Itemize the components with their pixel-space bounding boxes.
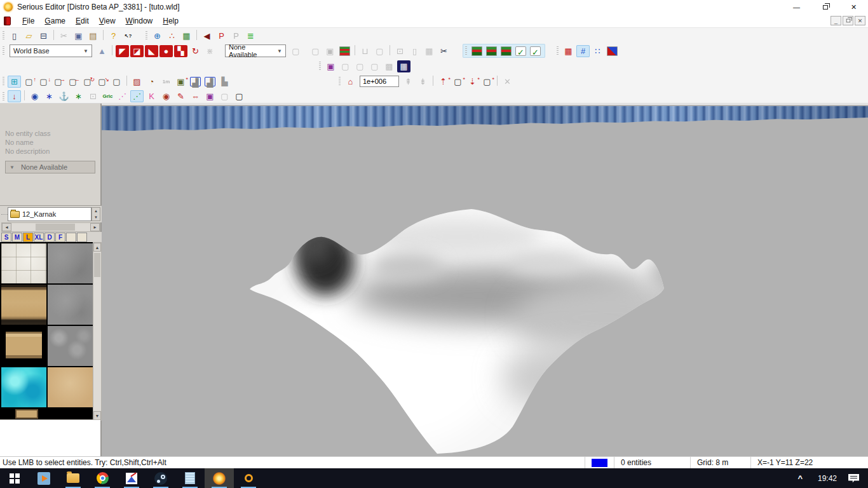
clock[interactable]: 19:42 (810, 474, 844, 483)
toolbar-grip[interactable] (465, 46, 467, 55)
scroll-up-icon[interactable]: ▲ (93, 243, 101, 252)
size-tab-s[interactable]: S (1, 233, 11, 242)
layer-stack-c-icon[interactable] (501, 46, 512, 56)
check-page-b-icon[interactable]: ✓ (530, 46, 541, 56)
size-tab-f[interactable]: F (55, 233, 65, 242)
world-base-combo[interactable]: World Base▼ (10, 44, 92, 57)
spinner-down-icon[interactable]: ▼ (92, 214, 100, 220)
texture-gray-cracked[interactable] (48, 326, 93, 366)
scroll-down-icon[interactable]: ▼ (93, 411, 101, 420)
tray-chevron-icon[interactable]: ^ (790, 473, 810, 483)
hash-grid-icon[interactable]: # (576, 45, 590, 57)
menu-edit[interactable]: Edit (71, 15, 94, 27)
script-list-icon[interactable]: ≣ (244, 30, 257, 42)
stretch-right-icon[interactable]: ▢→ (51, 76, 65, 88)
entity-property-combo[interactable]: ▼ None Available (5, 161, 95, 173)
paint-pencil-icon[interactable]: ✎ (174, 90, 187, 102)
path-dots-pink-icon[interactable]: ⋰ (116, 90, 129, 102)
chrome-icon[interactable] (88, 468, 117, 488)
star-blue-icon[interactable]: ∗ (43, 90, 56, 102)
hscroll-thumb[interactable] (36, 224, 75, 231)
particle-p-red-icon[interactable]: P (215, 30, 228, 42)
size-tab-d[interactable]: D (44, 233, 55, 242)
view-eye-icon[interactable]: ◉ (28, 90, 41, 102)
stretch-left-icon[interactable]: ▢← (66, 76, 79, 88)
size-tab-m[interactable]: M (12, 233, 22, 242)
texture-stone-tiles[interactable] (1, 243, 46, 283)
help-icon[interactable]: ? (107, 30, 120, 42)
texture-folder-combo[interactable]: 12_Karnak (8, 207, 92, 221)
texture-paint-icon[interactable]: ▨ (130, 76, 144, 88)
cube-black-icon[interactable]: ▢ (233, 90, 246, 102)
start-button[interactable] (0, 468, 29, 488)
gravity-arrow-icon[interactable]: ↓ (8, 90, 21, 102)
texture-hscrollbar[interactable]: ◂ ▸ (1, 222, 100, 232)
scroll-left-icon[interactable]: ◂ (2, 223, 11, 231)
vscroll-thumb[interactable] (94, 253, 100, 277)
stretch-up-icon[interactable]: ▢↑ (22, 76, 36, 88)
rotate-cube-icon[interactable]: ▢↻ (81, 76, 94, 88)
mdi-close-button[interactable]: ✕ (855, 16, 865, 25)
texture-gray-stone[interactable] (48, 243, 93, 283)
console-table-icon[interactable]: ▦ (397, 60, 410, 72)
spawn-cube-up-icon[interactable]: ▢* (451, 76, 465, 88)
size-tab-blank[interactable] (66, 233, 76, 242)
mirror-flip-icon[interactable]: ⇔ (189, 90, 202, 102)
layer-split-icon[interactable] (339, 46, 350, 56)
spinner-up-icon[interactable]: ▲ (92, 208, 100, 214)
new-file-icon[interactable]: ▯ (8, 30, 21, 42)
csg-checker-icon[interactable]: ▚ (174, 45, 187, 57)
toolbar-grip[interactable] (3, 31, 4, 40)
world-globe-icon[interactable]: ⊕ (151, 30, 164, 42)
selection-block-icon[interactable]: ▦ (562, 45, 575, 57)
csg-subtract-icon[interactable]: ◪ (130, 45, 144, 57)
toolbar-grip[interactable] (339, 77, 341, 86)
serious-sam-icon[interactable] (234, 468, 263, 488)
menu-view[interactable]: View (94, 15, 121, 27)
test-game-window-icon[interactable]: ▟ (190, 77, 201, 86)
mdi-minimize-button[interactable]: _ (831, 16, 841, 25)
dot-grid-icon[interactable]: ∷ (591, 45, 604, 57)
corner-cube-icon[interactable]: ▢↘ (95, 76, 109, 88)
primitive-pyramid-icon[interactable]: ▲ (95, 45, 109, 57)
check-page-a-icon[interactable]: ✓ (515, 46, 526, 56)
document-book-icon[interactable] (4, 17, 11, 25)
context-help-icon[interactable]: ↖? (121, 30, 135, 42)
toolbar-grip[interactable] (319, 62, 321, 71)
stretch-down-icon[interactable]: ▢↓ (37, 76, 50, 88)
notification-center-icon[interactable] (848, 474, 859, 483)
toolbar-grip[interactable] (3, 77, 4, 86)
key-pink-icon[interactable]: K (145, 90, 158, 102)
texture-sand[interactable] (48, 367, 93, 407)
sound-speaker-icon[interactable]: ◀ (200, 30, 214, 42)
portal-cube-icon[interactable]: ▣ (324, 60, 337, 72)
close-button[interactable]: ✕ (839, 0, 868, 14)
toolbar-grip[interactable] (557, 46, 559, 55)
spawn-arrow-up-icon[interactable]: ⇡* (437, 76, 450, 88)
scissors-icon[interactable]: ✂ (437, 45, 451, 57)
mip-factor-input[interactable] (360, 76, 399, 87)
minimize-button[interactable]: — (782, 0, 811, 14)
toolbar-grip[interactable] (146, 31, 147, 40)
layer-stack-a-icon[interactable] (471, 46, 482, 56)
texture-image-icon[interactable]: ▦ (180, 30, 193, 42)
csg-sphere-icon[interactable]: ● (159, 45, 173, 57)
cube-purple-icon[interactable]: ▣ (203, 90, 217, 102)
time-walk-icon[interactable]: ◔ (145, 76, 158, 88)
texture-vscrollbar[interactable]: ▲ ▼ (93, 242, 102, 421)
paste-icon[interactable]: ▤ (86, 30, 100, 42)
star-green-icon[interactable]: ∗ (72, 90, 85, 102)
mdi-restore-button[interactable] (843, 16, 853, 25)
spawn-cube-down-icon[interactable]: ▢* (480, 76, 494, 88)
restore-button[interactable] (811, 0, 839, 14)
spawn-arrow-down-icon[interactable]: ⇣* (466, 76, 479, 88)
none-available-combo[interactable]: None Available▼ (225, 44, 286, 57)
layer-stack-b-icon[interactable] (486, 46, 497, 56)
texture-tan-wall[interactable] (1, 285, 46, 325)
image-editor-icon[interactable] (117, 468, 146, 488)
csg-copy-icon[interactable]: ↻ (189, 45, 202, 57)
test-game-full-icon[interactable]: ▟ (205, 77, 215, 86)
menu-game[interactable]: Game (39, 15, 71, 27)
anchor-icon[interactable]: ⚓ (57, 90, 71, 102)
viewport-3d[interactable] (102, 104, 868, 456)
